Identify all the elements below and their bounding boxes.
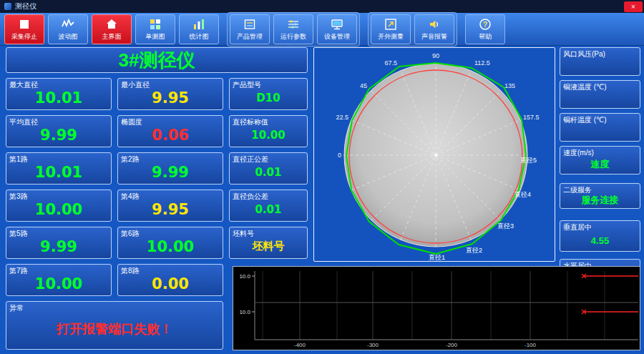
wave-icon — [61, 17, 75, 31]
params-icon — [286, 17, 301, 31]
metric-cell-product-model: 产品型号D10 — [229, 78, 308, 110]
metric-cell-max-diameter: 最大直径10.01 — [6, 78, 112, 110]
toolbar-button-label: 波动图 — [59, 32, 78, 41]
alarm-status-box: 异常打开报警端口失败！ — [6, 301, 223, 350]
titlebar: 测径仪 × — [0, 0, 644, 13]
angle-tick: 112.5 — [474, 59, 490, 67]
toolbar-button-label: 产品管理 — [237, 32, 263, 41]
metric-cell-avg-diameter: 平均直径9.99 — [6, 115, 112, 147]
metric-cell-channel-5: 第5路9.99 — [6, 227, 112, 259]
toolbar-button-wave-chart[interactable]: 波动图 — [48, 14, 88, 44]
y-tick: 10.0 — [239, 273, 250, 280]
toolbar-button-label: 开外测量 — [378, 32, 404, 41]
metric-cell-channel-1: 第1路10.01 — [6, 152, 112, 185]
sound-icon — [427, 17, 441, 31]
diameter-label: 直径3 — [497, 222, 514, 230]
stop-icon — [17, 17, 31, 31]
toolbar-button-run-params[interactable]: 运行参数 — [273, 14, 313, 44]
metric-cell-nominal-diameter: 直径标称值10.00 — [229, 115, 308, 147]
right-panel: 风口风压(Pa) 铜液温度 (℃) 铜杆温度 (℃) 速度(m/s)速度 二级服… — [560, 47, 640, 290]
angle-tick: 67.5 — [384, 59, 397, 67]
toolbar-button-device-management[interactable]: 设备管理 — [317, 14, 357, 44]
gauge-title-box: 3#测径仪 — [6, 47, 308, 73]
toolbar-button-label: 运行参数 — [280, 32, 306, 41]
toolbar-button-single-chart[interactable]: 单测图 — [135, 14, 175, 44]
metric-cell-ovality: 椭圆度0.06 — [117, 115, 223, 147]
diameter-label: 直径2 — [466, 247, 482, 254]
metric-cell-channel-8: 第8路0.00 — [117, 264, 223, 296]
service-status: 服务连接 — [560, 192, 640, 208]
close-icon: × — [631, 3, 635, 11]
vertical-centering-box: 垂直居中4.55 — [560, 220, 640, 252]
service-status-box: 二级服务服务连接 — [560, 183, 640, 209]
angle-tick: 22.5 — [336, 114, 348, 121]
gauge-title: 3#测径仪 — [119, 48, 195, 73]
angle-tick: 135 — [504, 82, 515, 89]
diameter-label: 直径5 — [520, 157, 537, 164]
toolbar-button-label: 采集停止 — [11, 32, 37, 41]
diameter-label: 直径4 — [514, 191, 531, 198]
product-icon — [243, 17, 257, 31]
window-title: 测径仪 — [15, 1, 36, 11]
angle-tick: 157.5 — [523, 114, 540, 121]
app-window: 测径仪 × 采集停止 波动图 主界面 单测图 统计图 产品管理 — [0, 0, 644, 354]
polar-diameter-chart: 90 67.5 45 22.5 0 112.5 135 157.5 直径1 直径… — [313, 47, 555, 262]
app-icon — [4, 3, 11, 10]
x-tick: -200 — [446, 342, 458, 348]
help-icon: ? — [478, 17, 492, 31]
x-tick: -100 — [525, 342, 537, 348]
toolbar: 采集停止 波动图 主界面 单测图 统计图 产品管理 运行参数 — [0, 13, 644, 46]
metric-cell-billet-number: 坯料号坯料号 — [229, 227, 308, 259]
stats-icon — [192, 17, 206, 31]
liquid-temp-box: 铜液温度 (℃) — [560, 80, 640, 109]
x-tick: -300 — [367, 342, 379, 348]
toolbar-button-label: 帮助 — [479, 32, 492, 41]
toolbar-button-label: 设备管理 — [324, 32, 350, 41]
trend-chart: 10.0 10.0 -400 -300 -200 -100 — [233, 266, 640, 350]
toolbar-button-product-management[interactable]: 产品管理 — [230, 14, 270, 44]
speed-box: 速度(m/s)速度 — [560, 146, 640, 174]
polar-chart-svg: 90 67.5 45 22.5 0 112.5 135 157.5 直径1 直径… — [314, 48, 555, 261]
angle-tick: 0 — [338, 152, 341, 159]
close-button[interactable]: × — [624, 1, 643, 12]
angle-tick: 90 — [432, 52, 439, 59]
metric-cell-upper-tolerance: 直径正公差0.01 — [229, 152, 308, 185]
diameter-label: 直径1 — [429, 254, 445, 261]
x-tick: -400 — [294, 342, 306, 348]
device-icon — [330, 17, 344, 31]
toolbar-button-label: 声音报警 — [421, 32, 447, 41]
toolbar-button-label: 单测图 — [146, 32, 165, 41]
toolbar-button-sound-alarm[interactable]: 声音报警 — [414, 14, 454, 44]
metric-cell-channel-4: 第4路9.95 — [117, 190, 223, 222]
metric-cell-channel-6: 第6路10.00 — [117, 227, 223, 259]
rod-temp-box: 铜杆温度 (℃) — [560, 113, 640, 142]
metric-cell-channel-3: 第3路10.00 — [6, 190, 112, 222]
metric-cell-channel-7: 第7路10.00 — [6, 264, 112, 296]
metric-cell-lower-tolerance: 直径负公差0.01 — [229, 190, 308, 222]
toolbar-button-stats-chart[interactable]: 统计图 — [179, 14, 219, 44]
external-icon — [384, 17, 398, 31]
polar-center-dot — [434, 154, 437, 157]
trend-chart-svg: 10.0 10.0 -400 -300 -200 -100 — [233, 267, 640, 350]
svg-text:?: ? — [483, 20, 487, 28]
toolbar-group-measure: 开外测量 声音报警 — [368, 12, 457, 46]
metric-cell-min-diameter: 最小直径9.95 — [117, 78, 223, 110]
toolbar-button-help[interactable]: ? 帮助 — [465, 14, 505, 44]
metric-cell-channel-2: 第2路9.99 — [117, 152, 223, 185]
y-tick: 10.0 — [239, 309, 250, 315]
tuyere-pressure-box: 风口风压(Pa) — [560, 47, 640, 76]
home-icon — [104, 17, 119, 31]
angle-tick: 45 — [360, 82, 367, 89]
toolbar-button-external-measure[interactable]: 开外测量 — [371, 14, 411, 44]
single-chart-icon — [148, 17, 162, 31]
toolbar-group-management: 产品管理 运行参数 设备管理 — [227, 12, 360, 46]
alarm-message: 打开报警端口失败！ — [6, 309, 223, 349]
toolbar-button-main-view[interactable]: 主界面 — [92, 14, 132, 44]
toolbar-button-label: 统计图 — [190, 32, 209, 41]
toolbar-button-label: 主界面 — [102, 32, 122, 41]
toolbar-button-stop-capture[interactable]: 采集停止 — [4, 14, 44, 44]
